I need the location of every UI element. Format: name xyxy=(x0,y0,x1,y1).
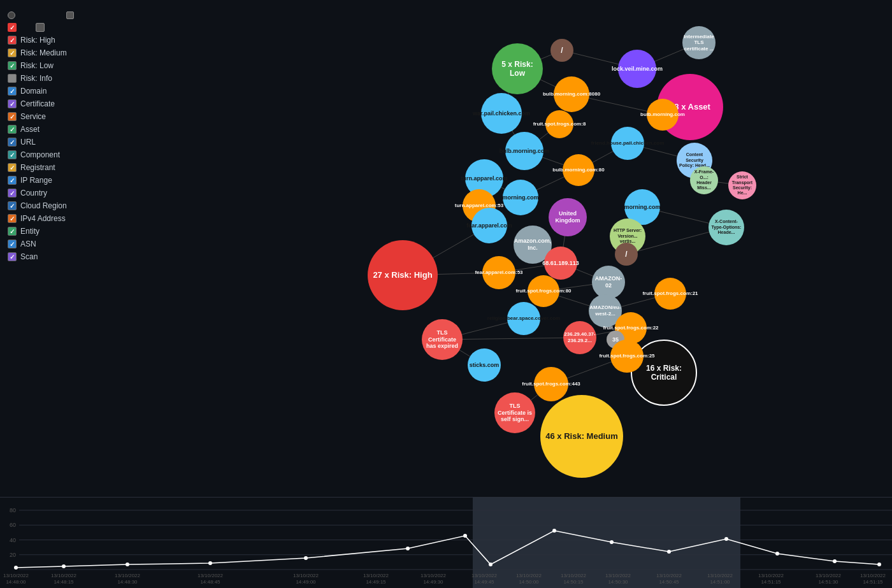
label-5: Certificate xyxy=(20,99,55,108)
svg-text:14:50:15: 14:50:15 xyxy=(563,579,584,585)
cb-10[interactable] xyxy=(8,163,17,172)
node-religion.bear.space.cover.com[interactable]: religion.bear.space.cover.com xyxy=(507,302,540,335)
label-16: ASN xyxy=(20,240,36,248)
legend-added[interactable] xyxy=(66,11,78,19)
svg-text:80: 80 xyxy=(10,507,16,513)
cb-added[interactable] xyxy=(66,11,74,19)
cb-11[interactable] xyxy=(8,176,17,185)
legend-item-certificate[interactable]: Certificate xyxy=(8,99,145,108)
node-fruit.spot.frogs.com:21[interactable]: fruit.spot.frogs.com:21 xyxy=(654,278,686,310)
sidebar: Risk: HighRisk: MediumRisk: LowRisk: Inf… xyxy=(0,0,153,497)
node-xframe[interactable]: X-Frame-O...: Header Miss... xyxy=(690,166,718,194)
cb-17[interactable] xyxy=(8,252,17,261)
node-tls-expired[interactable]: TLS Certificate has expired xyxy=(422,319,463,360)
label-12: Country xyxy=(20,189,47,197)
legend-item-country[interactable]: Country xyxy=(8,189,145,197)
node-intermediate-tls[interactable]: Intermediate TLS certificate ... xyxy=(682,26,716,59)
node-strict-transport[interactable]: Strict Transport Security: He... xyxy=(728,171,756,199)
cb-risk-critical[interactable] xyxy=(8,23,17,32)
node-risk-high[interactable]: 27 x Risk: High xyxy=(368,240,438,310)
radio-all[interactable] xyxy=(8,11,15,19)
cb-9[interactable] xyxy=(8,150,17,159)
legend-item-url[interactable]: URL xyxy=(8,138,145,147)
node-sticks.com[interactable]: sticks.com xyxy=(468,348,501,382)
cb-12[interactable] xyxy=(8,189,17,197)
cb-6[interactable] xyxy=(8,112,17,121)
cb-7[interactable] xyxy=(8,125,17,134)
legend-item-risk--high[interactable]: Risk: High xyxy=(8,36,145,45)
cb-3[interactable] xyxy=(8,74,17,83)
node-amazon-02[interactable]: AMAZON-02 xyxy=(592,266,625,299)
legend-item-entity[interactable]: Entity xyxy=(8,227,145,236)
legend-item-asn[interactable]: ASN xyxy=(8,240,145,248)
node-war.pail.chicken.com[interactable]: war.pail.chicken.com xyxy=(481,93,522,134)
node-risk-low-5[interactable]: 5 x Risk: Low xyxy=(492,43,543,94)
svg-text:13/10/2022: 13/10/2022 xyxy=(707,573,733,578)
timeline[interactable]: 2040608013/10/202214:48:0013/10/202214:4… xyxy=(0,497,892,588)
node-fruit.spot.frogs.com:8[interactable]: fruit.spot.frogs.com:8 xyxy=(545,110,573,138)
node-bulb.morning.com:80[interactable]: bulb.morning.com:80 xyxy=(563,154,594,186)
legend-risk-critical[interactable] xyxy=(8,23,20,32)
cb-5[interactable] xyxy=(8,99,17,108)
node-fruit.spot.frogs.com:25[interactable]: fruit.spot.frogs.com:25 xyxy=(610,340,644,373)
svg-text:14:48:30: 14:48:30 xyxy=(117,579,138,585)
legend-item-ip-range[interactable]: IP Range xyxy=(8,176,145,185)
legend-all[interactable] xyxy=(8,11,19,19)
node-tls-self-signed[interactable]: TLS Certificate is self sign... xyxy=(494,392,535,433)
node-risk-medium[interactable]: 46 x Risk: Medium xyxy=(540,395,623,478)
node-slash2[interactable]: / xyxy=(615,243,638,266)
node-xcontent[interactable]: X-Content-Type-Options: Heade... xyxy=(709,210,744,245)
legend-item-risk--info[interactable]: Risk: Info xyxy=(8,74,145,83)
label-14: IPv4 Address xyxy=(20,214,66,223)
svg-text:14:49:00: 14:49:00 xyxy=(296,579,316,585)
legend-item-asset[interactable]: Asset xyxy=(8,125,145,134)
label-10: Registrant xyxy=(20,163,55,172)
legend-removed[interactable] xyxy=(36,23,48,32)
svg-text:14:48:45: 14:48:45 xyxy=(200,579,220,585)
svg-point-59 xyxy=(877,563,881,566)
svg-point-50 xyxy=(406,547,410,550)
legend-item-domain[interactable]: Domain xyxy=(8,87,145,96)
legend-item-cloud-region[interactable]: Cloud Region xyxy=(8,201,145,210)
node-fruit.spot.frogs.com:443[interactable]: fruit.spot.frogs.com:443 xyxy=(534,367,568,401)
svg-text:13/10/2022: 13/10/2022 xyxy=(421,573,447,578)
node-68.61.189.113[interactable]: 68.61.189.113 xyxy=(544,247,577,280)
svg-text:14:50:00: 14:50:00 xyxy=(519,579,539,585)
node-friend.house.pail.chicken.com[interactable]: friend.house.pail.chicken.com xyxy=(611,127,644,160)
node-fear.apparel.com[interactable]: fear.apparel.com xyxy=(471,208,507,243)
cb-4[interactable] xyxy=(8,87,17,96)
cb-16[interactable] xyxy=(8,240,17,248)
cb-8[interactable] xyxy=(8,138,17,147)
legend-item-service[interactable]: Service xyxy=(8,112,145,121)
cb-13[interactable] xyxy=(8,201,17,210)
legend-item-registrant[interactable]: Registrant xyxy=(8,163,145,172)
cb-0[interactable] xyxy=(8,36,17,45)
svg-text:14:50:30: 14:50:30 xyxy=(608,579,628,585)
node-morning.com[interactable]: morning.com xyxy=(503,180,538,215)
svg-text:13/10/2022: 13/10/2022 xyxy=(51,573,77,578)
node-slash1[interactable]: / xyxy=(550,39,573,62)
cb-removed[interactable] xyxy=(36,23,45,32)
node-bulb.morning.com:8080[interactable]: bulb.morning.com:8080 xyxy=(554,76,589,112)
node-fruit.spot.frogs.com:80[interactable]: fruit.spot.frogs.com:80 xyxy=(528,275,559,307)
svg-text:40: 40 xyxy=(10,537,16,543)
node-fear.apparel.com:53[interactable]: fear.apparel.com:53 xyxy=(482,256,515,289)
svg-point-47 xyxy=(126,563,129,566)
node-lock.veil.mine.com[interactable]: lock.veil.mine.com xyxy=(618,50,656,88)
legend-item-component[interactable]: Component xyxy=(8,150,145,159)
node-bulb.morning.com[interactable]: bulb.morning.com xyxy=(647,99,679,131)
cb-15[interactable] xyxy=(8,227,17,236)
legend-item-ipv4-address[interactable]: IPv4 Address xyxy=(8,214,145,223)
svg-point-58 xyxy=(833,559,837,563)
node-bulb.morning.com2[interactable]: bulb.morning.com xyxy=(505,132,543,170)
cb-2[interactable] xyxy=(8,61,17,70)
cb-14[interactable] xyxy=(8,214,17,223)
legend-row-critical-removed xyxy=(8,23,145,32)
legend-item-risk--low[interactable]: Risk: Low xyxy=(8,61,145,70)
legend-item-scan[interactable]: Scan xyxy=(8,252,145,261)
node-united-kingdom[interactable]: United Kingdom xyxy=(549,198,587,236)
cb-1[interactable] xyxy=(8,48,17,57)
node-236.29[interactable]: 236.29.40.37-236.29.2... xyxy=(563,321,596,354)
legend-item-risk--medium[interactable]: Risk: Medium xyxy=(8,48,145,57)
svg-text:13/10/2022: 13/10/2022 xyxy=(656,573,682,578)
